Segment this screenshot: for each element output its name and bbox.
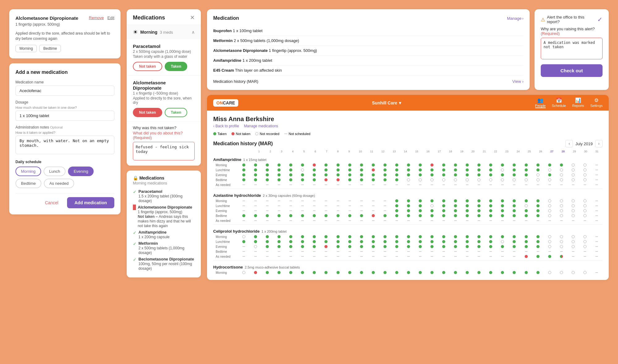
legend-not-taken: Not taken — [231, 132, 250, 136]
remove-link[interactable]: Remove — [89, 15, 104, 20]
right-column: Medication Manage › Ibuprofen 1 x 100mg … — [207, 9, 609, 280]
nav-settings[interactable]: ⚙ Settings — [590, 97, 603, 108]
hydrocortisone-mor-dots: (function(){ var p=['E','R','G','G','G',… — [238, 271, 603, 274]
summary-para-name: Paracetamol — [138, 189, 162, 194]
time-label: Evening — [213, 209, 238, 213]
summary-para-text: Paracetamol 1.5 x 200mg tablet (300mg do… — [138, 189, 195, 203]
summary-beclom-dose: 100mg, 50mg per nostril (100mg dosage) — [138, 262, 192, 271]
back-to-profile[interactable]: ‹ Back to profile — [213, 124, 239, 128]
amifampridine-header: Amifampridine 1 x 15mg tablet — [213, 154, 603, 163]
med-history-label: Medication history (MAR) — [213, 79, 258, 84]
celiprolol-header: Celiprolol hydrochloride 1 x 200mg table… — [213, 226, 603, 234]
admin-textarea[interactable]: By mouth, with water. Not on an empty st… — [15, 136, 114, 154]
med-panel-header: Medication Manage › — [213, 15, 523, 21]
facility-selector[interactable]: Sunhill Care ▾ — [372, 100, 401, 105]
schedule-pills: Morning Lunch Evening Bedtime As needed — [15, 167, 114, 188]
med-name-group: Medication name — [15, 80, 114, 96]
schedule-group: Daily schedule Morning Lunch Evening Bed… — [15, 160, 114, 188]
view-link[interactable]: View › — [512, 79, 523, 84]
next-month-button[interactable]: › — [595, 140, 603, 147]
prev-month-button[interactable]: ‹ — [565, 140, 573, 147]
refused-req: What did you do about this? (Required) — [133, 131, 195, 140]
summary-amifampridine: ✓ Amifampridine 1 x 200mg capsule — [133, 230, 195, 239]
amifampridine-morning: Morning (function(){ var p=['G','G','G',… — [213, 163, 603, 167]
day-numbers-row: 1 2 3 4 5 6 7 8 9 10 11 12 13 14 — [213, 150, 603, 153]
alert-textarea[interactable]: A medication was marked not taken — [541, 38, 603, 59]
summary-met-text: Metformin 2 x 500mg tablets (1,000mg dos… — [138, 241, 195, 255]
manage-link[interactable]: Manage › — [507, 16, 523, 21]
refused-textarea[interactable]: Refused - feeling sick today — [133, 142, 195, 160]
azelastine-dose: 2 x 30mg capsules (60mg dosage) — [263, 194, 315, 197]
amifampridine-lunchtime: Lunchtime (function(){ var p=['G','G','G… — [213, 167, 603, 172]
nav-settings-label: Settings — [590, 104, 603, 108]
edit-link[interactable]: Edit — [108, 15, 114, 20]
reports-icon: 📊 — [575, 97, 581, 103]
pill-bedtime[interactable]: Bedtime — [15, 179, 41, 188]
med-history-row: Medication history (MAR) View › — [213, 75, 523, 84]
check-icon-para: ✓ — [133, 189, 137, 194]
pill-evening[interactable]: Evening — [68, 167, 94, 176]
time-label: As needed — [213, 183, 238, 187]
summary-met-name: Metformin — [138, 241, 158, 246]
med-name-input[interactable] — [15, 86, 114, 96]
alclometasone-dose: 1 x fingertip (~500mg dose) — [133, 91, 195, 95]
not-taken-dot — [231, 132, 235, 135]
celiprolol-asneeded: As needed (function(){ var p=['D','D','D… — [213, 254, 603, 259]
alert-icon: ⚠ — [541, 17, 545, 23]
azelastine-bedtime: Bedtime (function(){ var p=['G','G','G',… — [213, 213, 603, 218]
meds-panel-title: Medications — [133, 15, 165, 21]
med-amif: Amifampridine 1 x 200mg tablet — [213, 56, 523, 66]
alert-label: Alert the office to this report? — [547, 15, 597, 24]
time-label: Bedtime — [213, 214, 238, 218]
checkout-button[interactable]: Check out — [541, 64, 603, 77]
admin-label: Administration notes Optional — [15, 125, 114, 129]
nav-people[interactable]: 👥 People — [535, 97, 546, 108]
morning-header[interactable]: ☀ Morning 3 meds ∧ — [127, 25, 201, 39]
mar-content: Miss Anna Berkshire ‹ Back to profile Ma… — [207, 111, 609, 280]
meds-summary-sub: Morning medications — [133, 181, 195, 185]
summary-beclom-name: Beclometasone Dipropionate — [138, 257, 194, 261]
amifampridine-lunch-dots: (function(){ var p=['G','G','G','G','G',… — [238, 168, 603, 171]
alclometasone-not-taken[interactable]: Not taken — [133, 108, 162, 117]
nav-schedule[interactable]: 📅 Schedule — [552, 97, 566, 108]
pill-lunch[interactable]: Lunch — [44, 167, 66, 176]
cancel-button[interactable]: Cancel — [40, 197, 63, 208]
refused-q1: Why was this not taken? — [133, 125, 195, 130]
summary-met-dose: 2 x 500mg tablets (1,000mg dosage) — [138, 246, 184, 255]
med-ibuprofen: Ibuprofen 1 x 100mg tablet — [213, 26, 523, 36]
azelastine-name: Azelastine hydrochloride — [213, 193, 261, 198]
check-icon-amif: ✓ — [133, 230, 137, 235]
paracetamol-taken[interactable]: Taken — [165, 62, 188, 71]
dosage-input[interactable] — [15, 111, 114, 121]
med-top-card: Alclometasone Dipropionate Remove Edit 1… — [9, 9, 121, 58]
azelastine-asneeded: As needed (function(){ var p=['D','D','D… — [213, 218, 603, 223]
add-medication-button[interactable]: Add medication — [67, 197, 114, 208]
med-metformin: Metformin 2 x 500mg tablets (1,000mg dos… — [213, 36, 523, 46]
azelastine-section: Azelastine hydrochloride 2 x 30mg capsul… — [213, 190, 603, 223]
med-item-paracetamol: Paracetamol 2 x 500mg capsule (1,000mg d… — [127, 39, 201, 76]
paracetamol-not-taken[interactable]: Not taken — [133, 62, 162, 71]
azelastine-morning: Morning (function(){ var p=['D','D','D',… — [213, 198, 603, 203]
celiprolol-bed-dots: (function(){ var p=['D','D','D','D','D',… — [238, 251, 603, 252]
time-label: Bedtime — [213, 178, 238, 182]
manage-medications-link[interactable]: Manage medications — [244, 124, 278, 128]
nav-reports[interactable]: 📊 Reports — [572, 97, 584, 108]
nav-right: 👥 People 📅 Schedule 📊 Reports ⚙ Settings — [535, 97, 603, 108]
med-panel-title: Medication — [213, 15, 239, 21]
col3-top: Medication Manage › Ibuprofen 1 x 100mg … — [207, 9, 609, 90]
facility-name: Sunhill Care — [372, 100, 397, 105]
pill-as-needed[interactable]: As needed — [44, 179, 74, 188]
main-screen: Alclometasone Dipropionate Remove Edit 1… — [9, 9, 609, 280]
med-e45: E45 Cream Thin layer on affected skin — [213, 66, 523, 75]
amifampridine-name: Amifampridine — [213, 157, 241, 162]
close-button[interactable]: ✕ — [190, 14, 195, 21]
summary-alclom-text: Alclometasone Dipropionate 1 fingertip (… — [138, 205, 195, 228]
med-top-desc2: Applied directly to the sore, affected a… — [15, 31, 114, 41]
dot-icon-alclom: ● — [133, 205, 136, 210]
pill-morning[interactable]: Morning — [15, 167, 41, 176]
paracetamol-actions: Not taken Taken — [133, 62, 195, 71]
azelastine-asn-dots: (function(){ var p=['D','D','D','D','D',… — [238, 220, 603, 221]
alclometasone-actions: Not taken Taken — [133, 108, 195, 117]
alclometasone-taken[interactable]: Taken — [165, 108, 188, 117]
time-label: Morning — [213, 271, 238, 274]
